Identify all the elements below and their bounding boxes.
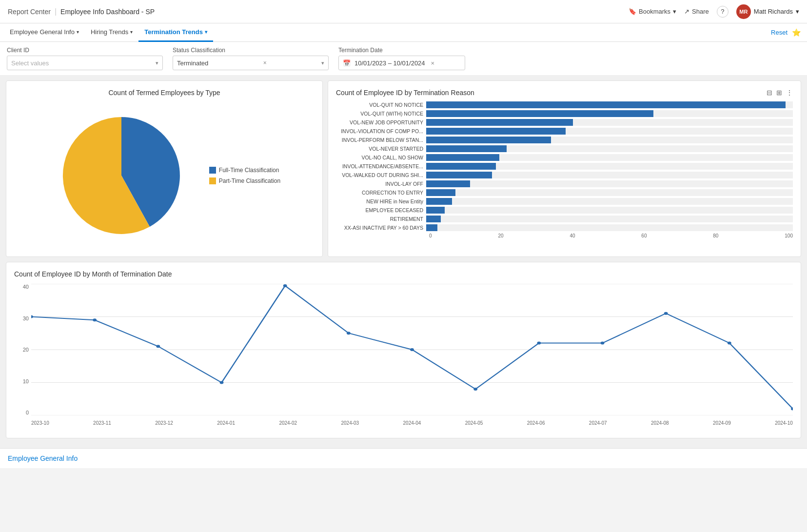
bar-fill bbox=[426, 145, 507, 152]
bottom-tab[interactable]: Employee General Info bbox=[0, 448, 807, 468]
tab-termination-trends-arrow: ▾ bbox=[205, 29, 207, 35]
bar-chart-title: Count of Employee ID by Termination Reas… bbox=[336, 89, 474, 97]
line-chart-area: 40 30 20 10 0 bbox=[14, 284, 793, 430]
bookmarks-chevron: ▾ bbox=[673, 8, 676, 15]
bar-track bbox=[426, 101, 793, 108]
page-title: Employee Info Dashboard - SP bbox=[60, 8, 155, 16]
bar-row: VOL-QUIT (WITH) NOTICE bbox=[336, 110, 793, 117]
svg-point-6 bbox=[93, 318, 97, 321]
legend-fulltime-color bbox=[209, 167, 216, 174]
bar-label: XX-ASI INACTIVE PAY > 60 DAYS bbox=[336, 225, 426, 231]
header-right: 🔖 Bookmarks ▾ ↗ Share ? MR Matt Richards… bbox=[629, 4, 799, 19]
pie-chart-container: Full-Time Classification Part-Time Class… bbox=[14, 102, 315, 249]
bar-fill bbox=[426, 189, 455, 196]
user-menu[interactable]: MR Matt Richards ▾ bbox=[736, 4, 799, 19]
svg-point-16 bbox=[728, 342, 731, 345]
legend-parttime-color bbox=[209, 177, 216, 184]
bar-track bbox=[426, 224, 793, 231]
status-classification-arrow: ▾ bbox=[321, 60, 324, 66]
bar-track bbox=[426, 119, 793, 126]
bar-row: VOL-QUIT NO NOTICE bbox=[336, 101, 793, 108]
tab-hiring-trends[interactable]: Hiring Trends ▾ bbox=[85, 23, 138, 42]
bookmark-star-icon[interactable]: ⭐ bbox=[792, 28, 801, 37]
bar-x-axis: 0 20 40 60 80 100 bbox=[429, 233, 793, 238]
more-icon[interactable]: ⋮ bbox=[786, 89, 793, 97]
svg-point-5 bbox=[31, 315, 33, 318]
bar-label: RETIREMENT bbox=[336, 216, 426, 222]
app-title: Report Center bbox=[8, 8, 51, 16]
bottom-tab-label: Employee General Info bbox=[8, 454, 78, 462]
main-content: Count of Termed Employees by Type bbox=[0, 76, 807, 448]
pie-chart-svg bbox=[48, 102, 195, 249]
client-id-select[interactable]: Select values ▾ bbox=[7, 56, 163, 70]
svg-point-8 bbox=[220, 381, 224, 384]
svg-point-10 bbox=[347, 332, 351, 335]
bar-label: VOL-NEW JOB OPPORTUNITY bbox=[336, 119, 426, 125]
user-avatar: MR bbox=[736, 4, 751, 19]
help-icon: ? bbox=[721, 8, 724, 15]
bar-row: INVOL-VIOLATION OF COMP PO... bbox=[336, 128, 793, 135]
bar-chart-panel: Count of Employee ID by Termination Reas… bbox=[328, 80, 801, 257]
bar-row: INVOL-LAY OFF bbox=[336, 180, 793, 187]
share-icon: ↗ bbox=[684, 8, 689, 15]
client-id-filter: Client ID Select values ▾ bbox=[7, 47, 163, 70]
tab-bar: Employee General Info ▾ Hiring Trends ▾ … bbox=[0, 23, 807, 42]
status-classification-clear[interactable]: × bbox=[263, 59, 267, 66]
status-classification-filter: Status Classification Terminated × ▾ bbox=[173, 47, 329, 70]
bar-track bbox=[426, 128, 793, 135]
bar-fill bbox=[426, 101, 786, 108]
status-classification-value: Terminated bbox=[177, 59, 208, 67]
bar-fill bbox=[426, 198, 452, 205]
bar-row: VOL-WALKED OUT DURING SHI... bbox=[336, 172, 793, 178]
bar-panel-icons: ⊟ ⊞ ⋮ bbox=[767, 89, 793, 97]
grid-icon[interactable]: ⊞ bbox=[776, 89, 782, 97]
bar-fill bbox=[426, 172, 492, 178]
bar-row: NEW HIRE in New Entity bbox=[336, 198, 793, 205]
bar-track bbox=[426, 207, 793, 214]
help-button[interactable]: ? bbox=[717, 6, 728, 18]
bar-label: VOL-QUIT (WITH) NOTICE bbox=[336, 111, 426, 117]
bar-fill bbox=[426, 128, 566, 135]
header-left: Report Center | Employee Info Dashboard … bbox=[8, 7, 155, 16]
bar-fill bbox=[426, 154, 499, 161]
bar-label: VOL-NEVER STARTED bbox=[336, 146, 426, 152]
svg-point-7 bbox=[156, 345, 160, 348]
bar-row: INVOL-ATTENDANCE/ABSENTE... bbox=[336, 163, 793, 170]
bar-fill bbox=[426, 137, 551, 143]
tab-employee-general-info-arrow: ▾ bbox=[77, 29, 79, 35]
bar-fill bbox=[426, 216, 441, 222]
tab-termination-trends[interactable]: Termination Trends ▾ bbox=[138, 23, 213, 42]
termination-date-select[interactable]: 📅 10/01/2023 – 10/01/2024 × bbox=[338, 56, 465, 70]
bar-track bbox=[426, 180, 793, 187]
bar-row: INVOL-PERFORM BELOW STAN... bbox=[336, 137, 793, 143]
bar-label: VOL-WALKED OUT DURING SHI... bbox=[336, 172, 426, 178]
client-id-arrow: ▾ bbox=[156, 60, 158, 66]
bar-track bbox=[426, 154, 793, 161]
reset-button[interactable]: Reset bbox=[771, 29, 787, 36]
calendar-icon: 📅 bbox=[343, 59, 351, 67]
bar-label: INVOL-VIOLATION OF COMP PO... bbox=[336, 128, 426, 134]
tab-employee-general-info[interactable]: Employee General Info ▾ bbox=[4, 23, 85, 42]
share-button[interactable]: ↗ Share bbox=[684, 8, 709, 15]
tab-hiring-trends-arrow: ▾ bbox=[130, 29, 133, 35]
bar-chart-area: VOL-QUIT NO NOTICEVOL-QUIT (WITH) NOTICE… bbox=[336, 101, 793, 231]
bar-label: INVOL-LAY OFF bbox=[336, 181, 426, 187]
tab-employee-general-info-label: Employee General Info bbox=[10, 28, 75, 36]
bookmarks-button[interactable]: 🔖 Bookmarks ▾ bbox=[629, 8, 676, 15]
legend-parttime-label: Part-Time Classification bbox=[219, 177, 280, 184]
termination-date-clear[interactable]: × bbox=[431, 59, 435, 67]
termination-date-filter: Termination Date 📅 10/01/2023 – 10/01/20… bbox=[338, 47, 465, 70]
filter-icon[interactable]: ⊟ bbox=[767, 89, 772, 97]
app-header: Report Center | Employee Info Dashboard … bbox=[0, 0, 807, 23]
filter-bar: Client ID Select values ▾ Status Classif… bbox=[0, 42, 807, 76]
status-classification-select[interactable]: Terminated × ▾ bbox=[173, 56, 329, 70]
svg-point-15 bbox=[664, 312, 668, 315]
bar-fill bbox=[426, 163, 496, 170]
pie-legend: Full-Time Classification Part-Time Class… bbox=[209, 167, 280, 184]
bar-track bbox=[426, 145, 793, 152]
bar-label: INVOL-ATTENDANCE/ABSENTE... bbox=[336, 163, 426, 169]
legend-fulltime: Full-Time Classification bbox=[209, 167, 280, 174]
top-charts-row: Count of Termed Employees by Type bbox=[6, 80, 801, 257]
svg-point-13 bbox=[537, 342, 541, 345]
bar-row: XX-ASI INACTIVE PAY > 60 DAYS bbox=[336, 224, 793, 231]
